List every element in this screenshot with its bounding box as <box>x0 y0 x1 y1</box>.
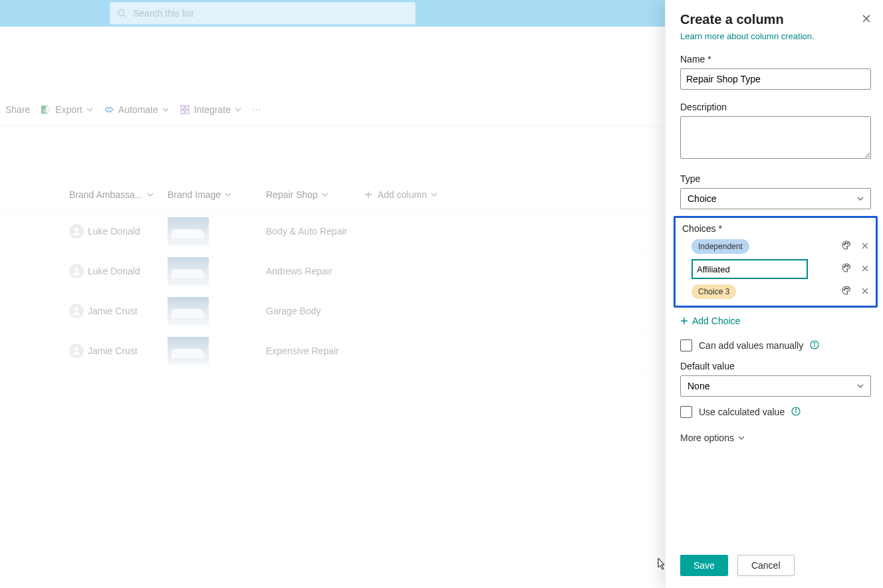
repair-cell: Body & Auto Repair <box>266 226 412 237</box>
choice-pill-3[interactable]: Choice 3 <box>692 284 736 299</box>
automate-button[interactable]: Automate <box>104 104 169 115</box>
share-label: Share <box>5 104 30 115</box>
integrate-label: Integrate <box>194 104 231 115</box>
default-value: None <box>688 381 709 391</box>
brand-image-thumbnail[interactable] <box>168 297 209 325</box>
calculated-value-label: Use calculated value <box>699 407 785 417</box>
person-name: Jamie Crust <box>88 306 138 316</box>
chevron-down-icon <box>431 191 438 198</box>
chevron-down-icon <box>857 383 864 389</box>
svg-point-21 <box>847 288 848 290</box>
person-cell: Luke Donald <box>69 264 168 278</box>
choices-label: Choices * <box>682 223 869 234</box>
close-button[interactable] <box>862 14 871 26</box>
person-name: Jamie Crust <box>88 345 138 356</box>
choice-pill-1[interactable]: Independent <box>692 239 749 254</box>
save-button[interactable]: Save <box>680 555 728 576</box>
search-input-container[interactable]: Search this list <box>110 2 416 25</box>
column-header-image[interactable]: Brand Image <box>168 189 266 200</box>
person-icon <box>72 227 81 236</box>
choices-section: Choices * Independent <box>674 216 878 308</box>
export-button[interactable]: X Export <box>41 104 92 115</box>
share-button[interactable]: Share <box>5 104 30 115</box>
avatar <box>69 224 84 239</box>
svg-rect-8 <box>186 110 189 114</box>
chevron-down-icon <box>322 191 328 198</box>
calculated-value-row: Use calculated value <box>680 406 871 418</box>
add-choice-label: Add Choice <box>692 316 740 326</box>
palette-icon <box>841 285 852 296</box>
person-name: Luke Donald <box>88 226 140 237</box>
palette-button[interactable] <box>841 285 852 298</box>
info-button[interactable] <box>791 407 801 418</box>
svg-point-18 <box>847 266 848 267</box>
svg-point-0 <box>118 10 124 16</box>
palette-button[interactable] <box>841 262 852 276</box>
person-icon <box>72 346 81 355</box>
brand-image-thumbnail[interactable] <box>168 257 209 285</box>
brand-image-thumbnail[interactable] <box>168 337 209 365</box>
ellipsis-icon: ⋯ <box>252 104 261 115</box>
type-select[interactable]: Choice <box>680 188 871 209</box>
more-button[interactable]: ⋯ <box>252 104 261 115</box>
integrate-button[interactable]: Integrate <box>180 104 241 115</box>
svg-rect-3 <box>46 106 51 113</box>
flow-icon <box>104 104 114 115</box>
image-cell <box>168 337 266 365</box>
chevron-down-icon <box>738 435 745 441</box>
learn-more-link[interactable]: Learn more about column creation. <box>680 31 815 41</box>
remove-choice-button[interactable] <box>861 286 869 298</box>
svg-point-13 <box>844 244 845 245</box>
avatar <box>69 304 84 318</box>
svg-text:X: X <box>43 108 47 114</box>
choice-row: Choice 3 <box>682 284 869 299</box>
svg-point-12 <box>74 347 78 350</box>
palette-button[interactable] <box>841 240 852 253</box>
remove-choice-button[interactable] <box>861 263 869 275</box>
info-icon <box>791 407 801 416</box>
name-input[interactable] <box>680 68 871 90</box>
palette-icon <box>841 262 852 273</box>
svg-line-1 <box>124 15 126 18</box>
chevron-down-icon <box>147 191 154 198</box>
svg-point-17 <box>845 265 846 266</box>
chevron-down-icon <box>225 191 231 198</box>
add-column-button[interactable]: Add column <box>364 189 439 200</box>
remove-choice-button[interactable] <box>861 241 869 252</box>
export-label: Export <box>55 104 82 115</box>
person-cell: Luke Donald <box>69 224 168 239</box>
choice-input-2[interactable] <box>692 259 808 279</box>
column-header-ambassador[interactable]: Brand Ambassa... <box>69 189 168 200</box>
column-header-repair[interactable]: Repair Shop <box>266 189 364 200</box>
more-options-button[interactable]: More options <box>680 433 871 443</box>
type-value: Choice <box>688 193 717 204</box>
manual-values-checkbox[interactable] <box>680 340 692 351</box>
manual-values-row: Can add values manually <box>680 340 871 351</box>
close-icon <box>861 264 869 272</box>
excel-icon: X <box>41 104 51 115</box>
chevron-down-icon <box>86 106 93 113</box>
svg-point-27 <box>796 409 797 409</box>
svg-point-14 <box>845 243 846 244</box>
column-header-label: Brand Image <box>168 189 221 200</box>
choice-row <box>682 259 869 279</box>
chevron-down-icon <box>857 195 864 202</box>
type-label: Type <box>680 173 871 184</box>
add-choice-button[interactable]: Add Choice <box>680 316 871 326</box>
info-button[interactable] <box>810 340 819 351</box>
brand-image-thumbnail[interactable] <box>168 217 209 245</box>
cancel-button[interactable]: Cancel <box>737 555 795 576</box>
svg-point-15 <box>847 243 848 245</box>
create-column-panel: Create a column Learn more about column … <box>665 0 883 588</box>
description-input[interactable] <box>680 116 871 159</box>
column-header-label: Repair Shop <box>266 189 318 200</box>
person-name: Luke Donald <box>88 266 140 276</box>
svg-point-20 <box>845 288 846 289</box>
palette-icon <box>841 240 852 250</box>
avatar <box>69 343 84 358</box>
description-label: Description <box>680 102 871 112</box>
calculated-value-checkbox[interactable] <box>680 406 692 418</box>
svg-point-24 <box>815 342 815 343</box>
default-value-select[interactable]: None <box>680 375 871 397</box>
plus-icon <box>680 317 688 325</box>
